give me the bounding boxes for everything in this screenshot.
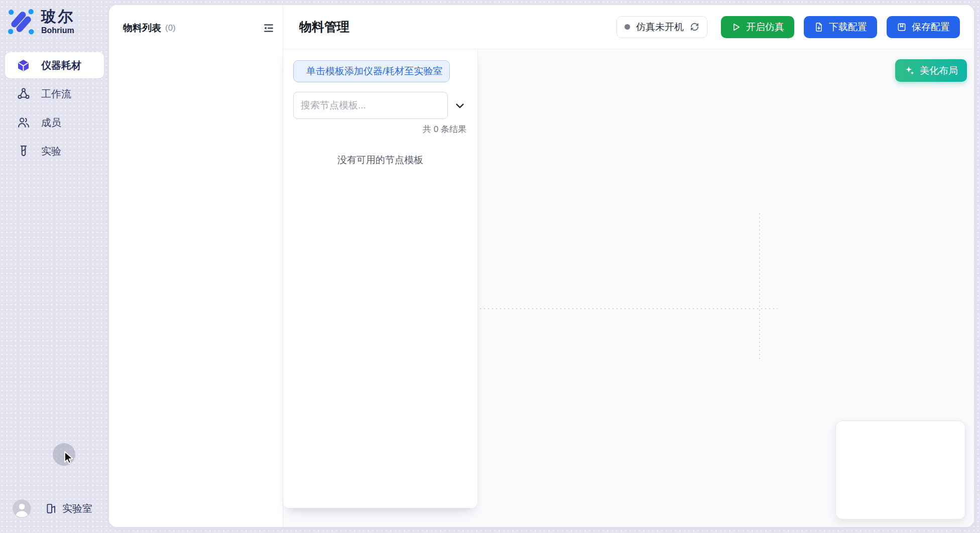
- materials-list-count: (0): [165, 23, 176, 33]
- app-root: 玻尔 Bohrium 仪器耗材: [0, 0, 980, 533]
- brand-logo: 玻尔 Bohrium: [8, 8, 74, 35]
- cube-icon: [17, 59, 30, 72]
- building-icon: [45, 502, 58, 515]
- simulation-status-label: 仿真未开机: [636, 21, 684, 34]
- header-actions: 仿真未开机: [617, 16, 960, 38]
- materials-list-panel: 物料列表 (0): [109, 5, 283, 527]
- sidebar-item-label: 成员: [41, 116, 61, 129]
- page-title: 物料管理: [299, 19, 349, 35]
- empty-templates-text: 没有可用的节点模板: [283, 154, 477, 167]
- results-count: 共 0 条结果: [423, 123, 466, 135]
- start-simulation-button[interactable]: 开启仿真: [721, 16, 794, 38]
- play-icon: [731, 22, 741, 32]
- save-icon: [897, 22, 907, 32]
- sidebar-footer: 实验室: [0, 498, 109, 518]
- canvas-guide-vertical: [759, 213, 760, 361]
- lab-label: 实验室: [62, 502, 92, 515]
- beautify-layout-label: 美化布局: [920, 64, 958, 77]
- main-header: 物料管理 仿真未开机: [283, 5, 974, 49]
- template-hint-alert: 单击模板添加仪器/耗材至实验室: [293, 60, 450, 82]
- mouse-cursor: [61, 450, 75, 468]
- members-icon: [17, 116, 30, 129]
- save-config-label: 保存配置: [912, 21, 950, 34]
- file-download-icon: [814, 22, 824, 32]
- sparkles-icon: [904, 65, 915, 76]
- experiment-icon: [17, 145, 30, 158]
- content-window: 物料列表 (0) 物料管理 仿真未开机: [109, 5, 974, 527]
- beautify-layout-button[interactable]: 美化布局: [895, 59, 967, 82]
- template-hint-text: 单击模板添加仪器/耗材至实验室: [306, 65, 442, 78]
- sidebar-item-label: 工作流: [41, 87, 71, 101]
- node-template-panel: 单击模板添加仪器/耗材至实验室 共 0 条结果 没有可用的节点模板: [283, 49, 478, 508]
- materials-list-header: 物料列表 (0): [123, 22, 275, 35]
- sidebar-item-label: 仪器耗材: [41, 59, 81, 72]
- user-avatar[interactable]: [13, 499, 31, 518]
- save-config-button[interactable]: 保存配置: [887, 16, 960, 38]
- chevron-down-icon[interactable]: [454, 100, 465, 111]
- simulation-status-pill: 仿真未开机: [617, 16, 707, 38]
- flow-canvas[interactable]: 单击模板添加仪器/耗材至实验室 共 0 条结果 没有可用的节点模板 美化布: [283, 49, 974, 527]
- refresh-icon[interactable]: [690, 22, 699, 32]
- minimap-panel[interactable]: [835, 421, 965, 519]
- collapse-panel-icon[interactable]: [263, 22, 275, 34]
- lab-switcher[interactable]: 实验室: [45, 502, 92, 515]
- materials-list-title: 物料列表: [123, 22, 161, 35]
- bohrium-logo-icon: [8, 8, 35, 35]
- brand-name-en: Bohrium: [41, 27, 74, 35]
- status-dot-icon: [625, 24, 630, 30]
- sidebar-item-members[interactable]: 成员: [5, 109, 104, 136]
- search-template-input[interactable]: [293, 92, 448, 119]
- sidebar-item-workflow[interactable]: 工作流: [5, 81, 104, 107]
- sidebar-nav: 仪器耗材 工作流: [5, 52, 104, 164]
- start-simulation-label: 开启仿真: [746, 21, 784, 34]
- sidebar-item-experiments[interactable]: 实验: [5, 138, 104, 164]
- main-area: 物料管理 仿真未开机: [283, 5, 974, 527]
- download-config-button[interactable]: 下载配置: [804, 16, 877, 38]
- download-config-label: 下载配置: [829, 21, 867, 34]
- workflow-icon: [17, 87, 30, 101]
- canvas-guide-horizontal: [480, 308, 778, 309]
- sidebar-item-instruments[interactable]: 仪器耗材: [5, 52, 104, 78]
- brand-name-zh: 玻尔: [41, 9, 74, 24]
- sidebar-item-label: 实验: [41, 145, 61, 158]
